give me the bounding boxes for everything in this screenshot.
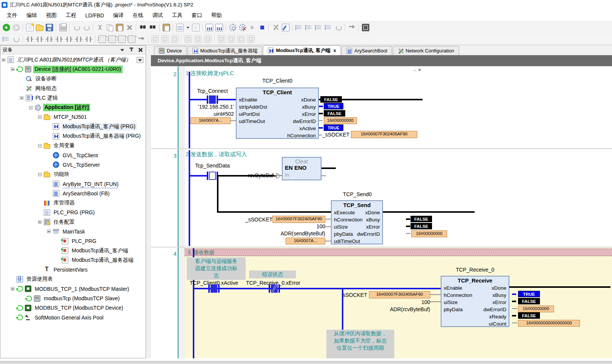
tree-row[interactable]: ModbusTcp通讯_客户端 <box>0 246 146 255</box>
save-icon[interactable] <box>46 24 53 31</box>
lines1-icon[interactable] <box>3 35 10 43</box>
input-value[interactable]: ADR(rcvByteBuf) <box>377 306 430 312</box>
tree-row[interactable]: AryByte_TO_INT (FUN) <box>0 179 146 189</box>
expander-icon[interactable] <box>47 230 51 233</box>
br1-icon[interactable] <box>218 35 225 43</box>
block1-icon[interactable] <box>98 35 106 43</box>
new-icon[interactable] <box>26 24 34 31</box>
open-icon[interactable] <box>36 26 43 31</box>
device-combo-dropdown-icon[interactable] <box>137 57 143 63</box>
tree-row[interactable]: MODBUS_TCP (ModbusTCP Device) <box>0 303 146 313</box>
expander-icon[interactable] <box>29 106 32 109</box>
menu-item-5[interactable]: 编译 <box>109 11 128 20</box>
menu-item-3[interactable]: 工程 <box>61 11 81 20</box>
cut-icon[interactable] <box>96 24 104 31</box>
menu-item-8[interactable]: 工具 <box>168 11 187 20</box>
tools-icon[interactable] <box>272 24 280 31</box>
sq3-icon[interactable] <box>204 35 212 43</box>
contact5-icon[interactable] <box>65 35 73 43</box>
expander-icon[interactable] <box>11 287 14 290</box>
tree-row[interactable]: 汇川PLC A801跟NJ501的MTCP通讯 （客户端） <box>0 55 146 65</box>
tree-row[interactable]: 资源使用表 <box>0 275 146 284</box>
comment-box-error[interactable]: 错误状态 <box>249 270 296 278</box>
page-icon[interactable] <box>192 24 200 31</box>
tree-row[interactable]: ModbusTcp通讯_服务器端 <box>0 255 146 265</box>
tree-row[interactable]: MainTask <box>0 227 146 236</box>
network-comment[interactable]: 1.连接欧姆龙njPLC <box>186 70 234 77</box>
editor-tab-4[interactable]: Network Configuration <box>393 46 459 55</box>
tree-row[interactable]: PLC 逻辑 <box>0 93 146 103</box>
tree-row[interactable]: SoftMotion General Axis Pool <box>0 313 146 322</box>
paste2-icon[interactable] <box>163 24 170 31</box>
network-number[interactable]: 3 <box>162 152 177 159</box>
contact2-icon[interactable] <box>36 35 43 43</box>
copy-icon[interactable] <box>106 24 114 31</box>
br2-icon[interactable] <box>228 35 235 43</box>
fb-tcp-receive[interactable]: TCP_Receive xEnablexDonehConnectionxBusy… <box>441 276 509 327</box>
gear-icon[interactable] <box>229 24 237 31</box>
play-icon[interactable] <box>249 24 256 31</box>
box3-icon[interactable] <box>171 35 178 43</box>
input-value[interactable]: 100 <box>295 223 325 229</box>
grid-icon[interactable] <box>176 24 184 31</box>
block3-icon[interactable] <box>118 35 126 43</box>
tree-row[interactable]: PersistentVars <box>0 265 146 275</box>
tree-row[interactable]: ModbusTcp通讯_服务器端 (PRG) <box>0 131 146 141</box>
tree-row[interactable]: modbusTcp (ModbusTCP Slave) <box>0 293 146 303</box>
fb-instance-name[interactable]: TCP_Send0 <box>320 191 395 197</box>
editor-tab-2[interactable]: ModbusTcp通讯_客户端x <box>263 45 341 55</box>
lines1-icon[interactable] <box>295 24 303 31</box>
edit-icon[interactable] <box>282 24 289 31</box>
contact3-icon[interactable] <box>46 35 53 43</box>
refresh2-icon[interactable] <box>12 35 20 43</box>
fb-clear[interactable]: Clear EN ENO In <box>282 157 321 180</box>
tree-row[interactable]: 功能块 <box>0 170 146 179</box>
expander-icon[interactable] <box>38 220 42 224</box>
input-variable[interactable]: rcvByteBuf <box>228 172 274 178</box>
tree-row[interactable]: 库管理器 <box>0 198 146 207</box>
expander-icon[interactable] <box>11 68 14 71</box>
expander-icon[interactable] <box>2 58 5 61</box>
tree-row[interactable]: 全局变量 <box>0 141 146 151</box>
dropdown-icon[interactable] <box>186 24 190 31</box>
tree-row[interactable]: ModbusTcp通讯_客户端 (PRG) <box>0 122 146 131</box>
contact-xerror-negated[interactable] <box>269 284 280 293</box>
monitor-value[interactable]: 16#0007A... <box>286 238 325 244</box>
contact6-icon[interactable] <box>75 35 83 43</box>
fb-instance-name[interactable]: TCP_Receive_0 <box>426 267 524 273</box>
ladder-canvas[interactable]: 2 1.连接欧姆龙njPLC TCP_Client0 Tcp_Connect T… <box>151 66 612 358</box>
input-variable[interactable]: _sSOCKET <box>245 217 271 223</box>
dark-icon[interactable] <box>362 24 369 31</box>
replace-icon[interactable] <box>149 24 157 31</box>
editor-tab-1[interactable]: ModbusTcp通讯_服务器端 <box>188 46 263 55</box>
arrow-r-icon[interactable] <box>138 35 145 43</box>
fb-tcp-client[interactable]: TCP_Client xEnablexDonestrIpAddrDstxBusy… <box>236 88 319 139</box>
tree-row[interactable]: 任务配置 <box>0 217 146 227</box>
comment-box-connect[interactable]: 客户端与远端服务 器建立连接成功标 志 <box>187 257 246 280</box>
monitor-value[interactable]: 16#0007A... <box>191 117 231 124</box>
delete-icon[interactable] <box>126 24 133 31</box>
tree-row[interactable]: MODBUS_TCP_1 (ModbusTCP Master) <box>0 284 146 293</box>
collapse-marks-icon[interactable] <box>413 67 421 72</box>
redo-icon[interactable] <box>83 24 90 31</box>
tab-close-icon[interactable]: x <box>334 48 336 53</box>
menu-item-9[interactable]: 窗口 <box>187 11 207 20</box>
box1-icon[interactable] <box>151 35 159 43</box>
build2-icon[interactable] <box>215 24 223 31</box>
menu-item-1[interactable]: 编辑 <box>22 11 42 20</box>
forward-icon[interactable] <box>12 24 20 31</box>
tree-row[interactable]: MTCP_NJ501 <box>0 112 146 122</box>
network-number[interactable]: 4 <box>162 250 177 257</box>
menu-item-6[interactable]: 在线 <box>128 11 148 20</box>
arrow-r-icon[interactable] <box>348 24 356 31</box>
panel-splitter[interactable] <box>146 45 151 358</box>
network-title-comment[interactable]: 3. 接收数据 <box>185 249 612 256</box>
undo-icon[interactable] <box>73 24 80 31</box>
tree-row[interactable]: 网络组态 <box>0 84 146 93</box>
find-icon[interactable] <box>139 24 147 31</box>
stop-icon[interactable] <box>258 24 266 31</box>
paste-icon[interactable] <box>116 24 123 31</box>
menu-item-2[interactable]: 视图 <box>42 11 61 20</box>
block2-icon[interactable] <box>108 35 116 43</box>
tree-row[interactable]: Device [连接的] (AC801-0221-U0R0) <box>0 65 146 74</box>
